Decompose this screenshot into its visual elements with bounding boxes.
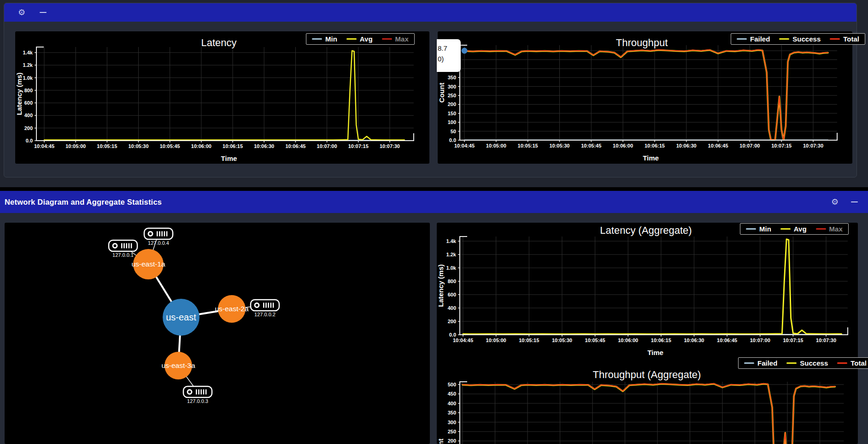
legend-item-failed[interactable]: Failed xyxy=(737,35,770,43)
x-tick-label: 10:05:30 xyxy=(549,143,569,148)
legend-item-avg[interactable]: Avg xyxy=(780,225,807,233)
x-tick-label: 10:06:30 xyxy=(676,143,697,148)
settings-button-2[interactable]: ⚙ xyxy=(828,195,841,208)
node-label: us-east xyxy=(166,312,196,322)
throughput-chart-box: 10:04:4510:05:0010:05:1510:05:3010:05:45… xyxy=(438,31,852,164)
panel-title: Network Diagram and Aggregate Statistics xyxy=(0,198,162,207)
y-tick-label: 600 xyxy=(448,292,456,297)
hover-marker-dot xyxy=(462,48,468,54)
x-tick-label: 10:05:45 xyxy=(585,337,605,343)
y-tick-label: 50 xyxy=(451,129,456,134)
x-axis-label: Time xyxy=(643,154,659,162)
legend-item-min[interactable]: Min xyxy=(746,225,771,233)
chart-title: Latency xyxy=(201,37,236,48)
legend-label: Max xyxy=(829,225,843,233)
node-label: us-east-2a xyxy=(215,305,249,313)
y-tick-label: 1.0k xyxy=(23,75,33,81)
y-tick-label: 0.0 xyxy=(449,332,456,337)
y-tick-label: 200 xyxy=(448,319,456,324)
collapse-button-2[interactable] xyxy=(848,195,861,208)
x-tick-label: 10:06:00 xyxy=(191,143,211,149)
y-axis-label: Count xyxy=(437,438,445,444)
x-tick-label: 10:05:15 xyxy=(519,337,539,343)
aggregate-charts-box: 10:04:4510:05:0010:05:1510:05:3010:05:45… xyxy=(437,223,858,444)
chart-title: Throughput xyxy=(616,37,668,48)
series-total xyxy=(463,384,835,444)
legend-throughput: FailedSuccessTotal xyxy=(731,33,865,45)
legend-item-failed[interactable]: Failed xyxy=(744,359,777,367)
legend-label: Failed xyxy=(757,359,777,367)
y-tick-label: 250 xyxy=(448,93,456,98)
network-node-us-east[interactable]: us-east xyxy=(163,299,199,336)
series-avg xyxy=(44,51,405,140)
network-node-us-east-2a[interactable]: us-east-2a xyxy=(215,295,249,323)
settings-button[interactable]: ⚙ xyxy=(15,6,28,19)
server-icon[interactable]: 127.0.0.4 xyxy=(144,228,173,246)
panel-separator xyxy=(0,187,868,191)
legend-swatch xyxy=(779,38,789,40)
y-axis-label: Latency (ms) xyxy=(15,72,23,115)
throughput-aggregate-chart[interactable]: 10:04:4510:05:0010:05:1510:05:3010:05:45… xyxy=(437,364,858,444)
legend-swatch xyxy=(382,38,392,40)
network-node-us-east-1a[interactable]: us-east-1a xyxy=(131,249,165,279)
y-tick-label: 450 xyxy=(448,391,456,397)
legend-item-max[interactable]: Max xyxy=(816,225,843,233)
y-tick-label: 100 xyxy=(448,119,456,125)
legend-item-total[interactable]: Total xyxy=(837,359,867,367)
legend-item-success[interactable]: Success xyxy=(779,35,821,43)
legend-swatch xyxy=(837,362,847,364)
series-success xyxy=(463,384,835,444)
server-icon[interactable]: 127.0.0.3 xyxy=(183,386,212,404)
x-tick-label: 10:05:45 xyxy=(581,143,601,148)
gear-icon: ⚙ xyxy=(18,8,25,17)
axis-frame xyxy=(36,47,414,141)
legend-label: Total xyxy=(843,35,859,43)
throughput-chart[interactable]: 10:04:4510:05:0010:05:1510:05:3010:05:45… xyxy=(438,31,852,164)
x-tick-label: 10:05:00 xyxy=(486,143,506,148)
server-icon[interactable]: 127.0.0.2 xyxy=(251,300,279,317)
legend-item-total[interactable]: Total xyxy=(830,35,859,43)
legend-latency: MinAvgMax xyxy=(306,33,415,45)
legend-label: Max xyxy=(395,35,409,43)
x-tick-label: 10:04:45 xyxy=(454,143,475,148)
server-icon[interactable]: 127.0.0.1 xyxy=(109,240,137,258)
latency-chart[interactable]: 10:04:4510:05:0010:05:1510:05:3010:05:45… xyxy=(15,31,429,164)
x-tick-label: 10:06:15 xyxy=(223,143,243,149)
legend-label: Failed xyxy=(750,35,770,43)
collapse-button[interactable] xyxy=(36,6,49,19)
network-diagram[interactable]: 127.0.0.1127.0.0.4127.0.0.2127.0.0.3us-e… xyxy=(5,223,430,444)
latency-aggregate-chart[interactable]: 10:04:4510:05:0010:05:1510:05:3010:05:45… xyxy=(437,223,858,361)
x-tick-label: 10:04:45 xyxy=(453,337,473,343)
legend-throughput-agg: FailedSuccessTotal xyxy=(738,357,868,369)
x-tick-label: 10:07:30 xyxy=(380,143,400,149)
y-tick-label: 1.0k xyxy=(446,265,457,271)
gear-icon: ⚙ xyxy=(831,198,839,206)
x-tick-label: 10:06:30 xyxy=(254,143,274,149)
series-success xyxy=(464,50,828,140)
network-diagram-box: 127.0.0.1127.0.0.4127.0.0.2127.0.0.3us-e… xyxy=(5,223,430,444)
x-tick-label: 10:06:15 xyxy=(645,143,665,148)
x-tick-label: 10:07:30 xyxy=(816,337,836,343)
x-tick-label: 10:06:30 xyxy=(684,337,704,343)
x-tick-label: 10:05:15 xyxy=(518,143,538,148)
legend-item-success[interactable]: Success xyxy=(786,359,828,367)
x-tick-label: 10:07:00 xyxy=(317,143,337,149)
chart-title: Throughput (Aggregate) xyxy=(593,369,701,380)
network-node-us-east-3a[interactable]: us-east-3a xyxy=(161,352,195,379)
x-axis-label: Time xyxy=(221,154,237,162)
x-tick-label: 10:07:00 xyxy=(750,337,770,343)
legend-swatch xyxy=(312,38,322,40)
x-tick-label: 10:04:45 xyxy=(34,143,54,149)
y-tick-label: 150 xyxy=(448,111,456,116)
legend-swatch xyxy=(346,38,357,40)
y-tick-label: 200 xyxy=(448,438,456,444)
legend-item-min[interactable]: Min xyxy=(312,35,337,43)
tooltip-line-2: 0) xyxy=(438,53,461,64)
device-label: 127.0.0.2 xyxy=(254,312,276,317)
y-tick-label: 400 xyxy=(448,401,456,406)
y-tick-label: 200 xyxy=(448,101,456,107)
legend-item-avg[interactable]: Avg xyxy=(346,35,373,43)
legend-item-max[interactable]: Max xyxy=(382,35,409,43)
minus-icon xyxy=(40,12,47,13)
legend-label: Total xyxy=(850,359,867,367)
